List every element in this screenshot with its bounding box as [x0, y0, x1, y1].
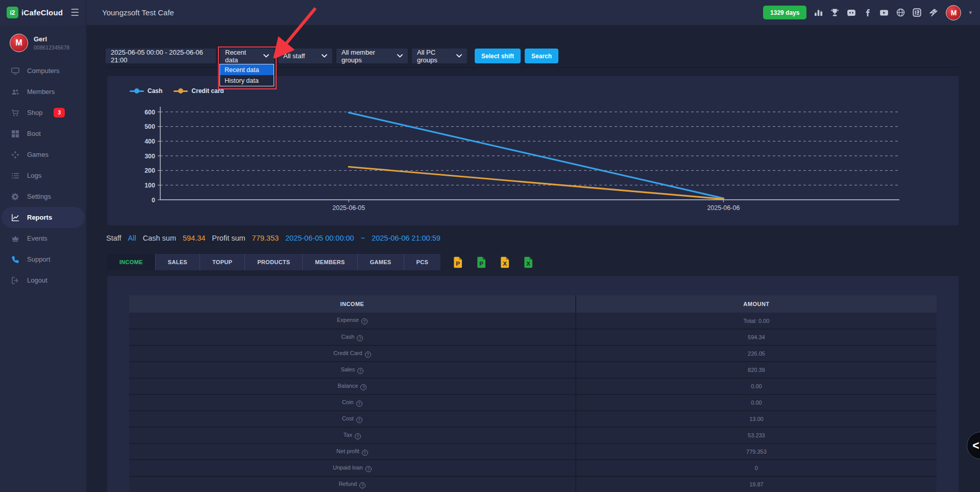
amount-cell: Total: 0.00	[576, 313, 937, 329]
tab-games[interactable]: GAMES	[358, 254, 404, 270]
legend-item-credit-card[interactable]: Credit card	[174, 87, 224, 95]
table-row: Balance?0.00	[129, 378, 937, 394]
member-groups-select[interactable]: All member groups	[336, 49, 408, 63]
reports-icon	[11, 213, 19, 222]
table-row: Net profit?779.353	[129, 443, 937, 460]
svg-text:X: X	[526, 260, 530, 266]
sidebar-avatar: M	[10, 34, 28, 52]
sidebar-item-settings[interactable]: Settings	[0, 186, 86, 207]
chevron-left-icon: <	[972, 439, 979, 453]
trophy-icon[interactable]	[830, 8, 839, 17]
search-button[interactable]: Search	[525, 49, 558, 63]
cash-sum-value: 594.34	[183, 234, 205, 242]
facebook-icon[interactable]	[864, 9, 872, 17]
header-actions: 1329 days M ▾	[763, 5, 980, 20]
income-label-cell: Unpaid loan?	[129, 460, 576, 476]
tab-income[interactable]: INCOME	[107, 254, 156, 270]
tab-pcs[interactable]: PCS	[404, 254, 441, 270]
sidebar-item-reports[interactable]: Reports	[2, 207, 85, 228]
help-icon[interactable]: ?	[356, 417, 362, 423]
income-table: INCOME AMOUNT Expense?Total: 0.00Cash?59…	[129, 295, 937, 492]
dropdown-option-recent-data[interactable]: Recent data	[220, 64, 274, 75]
icafecloud-logo[interactable]: i2 iCafeCloud	[7, 7, 63, 18]
license-days-badge[interactable]: 1329 days	[763, 6, 806, 19]
svg-text:100: 100	[144, 182, 155, 189]
sidebar-item-boot[interactable]: Boot	[0, 123, 86, 144]
tab-members[interactable]: MEMBERS	[303, 254, 357, 270]
tab-topup[interactable]: TOPUP	[200, 254, 245, 270]
sidebar-item-events[interactable]: Events	[0, 228, 86, 249]
tab-sales[interactable]: SALES	[156, 254, 200, 270]
amount-cell: 0	[576, 460, 937, 476]
amount-cell: 820.39	[576, 362, 937, 378]
pc-groups-select[interactable]: All PC groups	[412, 49, 467, 63]
collapse-panel-button[interactable]: <	[967, 432, 980, 459]
sidebar-user[interactable]: M Gerl 008612345678	[0, 25, 86, 59]
table-row: Sales?820.39	[129, 362, 937, 378]
sidebar-item-members[interactable]: Members	[0, 81, 86, 102]
help-icon[interactable]: ?	[360, 384, 366, 390]
help-icon[interactable]: ?	[359, 482, 365, 488]
date-range-input[interactable]: 2025-06-05 00:00 - 2025-06-06 21:00	[106, 49, 216, 63]
help-icon[interactable]: ?	[357, 335, 363, 341]
income-label-cell: Balance?	[129, 378, 576, 394]
youtube-icon[interactable]	[879, 8, 889, 17]
select-shift-button[interactable]: Select shift	[475, 49, 521, 63]
chevron-down-icon	[397, 54, 403, 58]
sidebar-item-logs[interactable]: Logs	[0, 165, 86, 186]
sidebar-item-games[interactable]: Games	[0, 144, 86, 165]
row-label: Expense	[337, 317, 359, 323]
hamburger-menu-icon[interactable]: ☰	[70, 8, 79, 17]
export-xls-green-icon[interactable]: X	[523, 256, 533, 268]
user-name: Gerl	[34, 35, 69, 43]
legend-item-cash[interactable]: Cash	[130, 87, 162, 95]
dropdown-option-history-data[interactable]: History data	[220, 75, 274, 86]
sidebar: M Gerl 008612345678 ComputersMembersShop…	[0, 25, 86, 492]
globe-icon[interactable]	[896, 8, 905, 17]
row-label: Balance	[338, 383, 358, 389]
help-icon[interactable]: ?	[357, 368, 363, 374]
sidebar-item-logout[interactable]: Logout	[0, 270, 86, 291]
icafecloud-icon[interactable]	[913, 8, 921, 17]
logout-icon	[11, 276, 19, 285]
tab-products[interactable]: PRODUCTS	[245, 254, 303, 270]
help-icon[interactable]: ?	[355, 433, 361, 439]
table-row: Tax?53.233	[129, 427, 937, 443]
sidebar-item-label: Members	[27, 88, 55, 96]
table-row: Coin?0.00	[129, 394, 937, 411]
help-icon[interactable]: ?	[365, 352, 371, 358]
sidebar-item-support[interactable]: Support	[0, 249, 86, 270]
export-pdf-green-icon[interactable]: P	[476, 256, 486, 268]
chevron-down-icon[interactable]: ▾	[969, 9, 972, 16]
staff-value[interactable]: All	[128, 234, 136, 242]
user-phone: 008612345678	[34, 44, 69, 51]
export-xls-yellow-icon[interactable]: X	[500, 256, 510, 268]
date-range-value: 2025-06-05 00:00 - 2025-06-06 21:00	[111, 49, 211, 64]
help-icon[interactable]: ?	[365, 466, 372, 472]
help-icon[interactable]: ?	[362, 450, 368, 456]
sidebar-item-shop[interactable]: Shop3	[0, 102, 86, 123]
help-icon[interactable]: ?	[356, 401, 362, 407]
staff-select[interactable]: All staff	[278, 49, 332, 63]
svg-text:X: X	[503, 260, 507, 266]
sidebar-item-computers[interactable]: Computers	[0, 60, 86, 81]
income-label-cell: Refund?	[129, 476, 576, 492]
amount-cell: 594.34	[576, 329, 937, 345]
youngzsoft-icon[interactable]	[929, 8, 938, 17]
summary-row: Staff All Cash sum 594.34 Profit sum 779…	[106, 234, 440, 242]
data-type-value: Recent data	[225, 49, 259, 64]
data-type-select[interactable]: Recent data	[220, 49, 274, 63]
tabs-row: INCOMESALESTOPUPPRODUCTSMEMBERSGAMESPCS …	[107, 254, 533, 270]
crown-icon	[11, 234, 19, 243]
income-label-cell: Cost?	[129, 411, 576, 427]
svg-text:200: 200	[144, 167, 155, 174]
svg-text:500: 500	[144, 123, 155, 130]
discord-icon[interactable]	[847, 8, 856, 17]
games-icon	[11, 150, 19, 159]
period-end: 2025-06-06 21:00:59	[372, 234, 440, 242]
ranking-icon[interactable]	[814, 8, 823, 17]
export-pdf-yellow-icon[interactable]: P	[453, 256, 463, 268]
svg-text:300: 300	[144, 153, 155, 160]
user-avatar[interactable]: M	[946, 5, 961, 20]
help-icon[interactable]: ?	[361, 318, 368, 324]
